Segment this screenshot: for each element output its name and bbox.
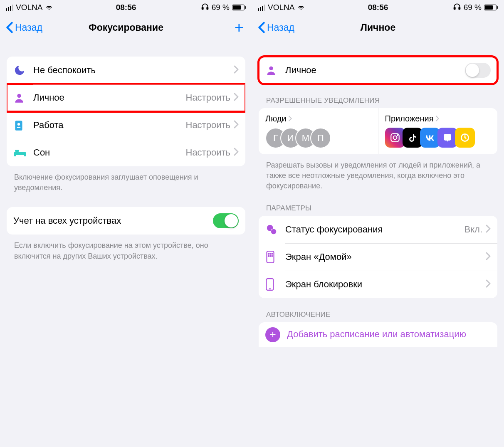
- allowed-notifications-card: Люди Г И М П Приложения: [259, 108, 497, 154]
- clock: 08:56: [252, 3, 504, 12]
- svg-point-26: [272, 255, 272, 256]
- viber-icon: [437, 128, 457, 148]
- svg-point-15: [397, 135, 398, 136]
- chevron-right-icon: [435, 114, 440, 123]
- row-detail: Настроить: [186, 147, 231, 158]
- add-schedule-button[interactable]: + Добавить расписание или автоматизацию: [259, 322, 497, 347]
- allowed-apps[interactable]: Приложения: [378, 108, 498, 154]
- page-title: Личное: [252, 22, 504, 33]
- row-focus-status[interactable]: Статус фокусирования Вкл.: [259, 216, 497, 243]
- group-footer: Включение фокусирования заглушает оповещ…: [7, 166, 245, 193]
- personal-toggle[interactable]: [465, 63, 491, 78]
- app-icons: [385, 128, 491, 148]
- focus-modes-group: Не беспокоить Личное Настроить Работа На…: [7, 57, 245, 166]
- row-detail: Настроить: [186, 92, 231, 103]
- nav-bar: Назад Личное: [252, 15, 504, 40]
- svg-rect-5: [17, 127, 21, 128]
- svg-point-21: [268, 253, 269, 254]
- battery-icon: [484, 5, 498, 10]
- tiktok-icon: [403, 128, 422, 148]
- allowed-people[interactable]: Люди Г И М П: [259, 108, 378, 154]
- params-group: Статус фокусирования Вкл. Экран «Домой» …: [259, 216, 497, 298]
- home-screen-icon: [265, 250, 285, 264]
- row-label: Статус фокусирования: [285, 224, 464, 235]
- svg-rect-9: [15, 150, 19, 152]
- chevron-right-icon: [234, 65, 239, 75]
- status-bar: VOLNA 08:56 69 %: [252, 0, 504, 15]
- svg-point-24: [268, 255, 269, 256]
- svg-point-14: [393, 136, 397, 140]
- row-label: Учет на всех устройствах: [13, 215, 213, 226]
- moon-icon: [13, 64, 33, 77]
- phone-left: VOLNA 08:56 69 % Назад Фокусирование + Н…: [0, 0, 252, 447]
- chevron-right-icon: [234, 93, 239, 103]
- svg-point-23: [272, 253, 272, 254]
- row-label: Экран «Домой»: [285, 252, 486, 262]
- vk-icon: [420, 128, 440, 148]
- chevron-right-icon: [486, 252, 491, 262]
- bed-icon: [13, 148, 33, 158]
- section-header: РАЗРЕШЕННЫЕ УВЕДОМЛЕНИЯ: [259, 84, 497, 108]
- chevron-right-icon: [288, 114, 292, 123]
- row-home-screen[interactable]: Экран «Домой»: [259, 243, 497, 271]
- person-icon: [265, 64, 285, 76]
- clock: 08:56: [0, 3, 252, 12]
- chevron-right-icon: [234, 148, 239, 158]
- row-detail: Вкл.: [464, 224, 483, 235]
- svg-point-2: [17, 94, 21, 98]
- chevron-right-icon: [486, 225, 491, 235]
- battery-icon: [232, 5, 246, 10]
- row-label: Не беспокоить: [33, 65, 234, 76]
- svg-point-25: [270, 255, 271, 256]
- row-work[interactable]: Работа Настроить: [7, 111, 245, 139]
- apps-label: Приложения: [385, 114, 434, 123]
- page-title: Фокусирование: [0, 22, 252, 33]
- chevron-right-icon: [486, 279, 491, 289]
- row-personal[interactable]: Личное Настроить: [7, 84, 245, 111]
- section-header: АВТОВКЛЮЧЕНИЕ: [259, 298, 497, 322]
- add-focus-button[interactable]: +: [235, 20, 244, 35]
- instagram-icon: [385, 128, 405, 148]
- people-avatars: Г И М П: [265, 128, 371, 148]
- row-personal-toggle: Личное: [259, 57, 497, 84]
- people-label: Люди: [265, 114, 287, 123]
- row-label: Личное: [285, 65, 465, 76]
- plus-circle-icon: +: [265, 327, 280, 342]
- row-detail: Настроить: [186, 120, 231, 131]
- row-sleep[interactable]: Сон Настроить: [7, 139, 245, 166]
- share-toggle[interactable]: [213, 213, 239, 228]
- person-icon: [13, 92, 33, 104]
- svg-point-19: [271, 229, 277, 234]
- badge-icon: [13, 119, 33, 131]
- svg-rect-6: [14, 152, 26, 155]
- row-lock-screen[interactable]: Экран блокировки: [259, 271, 497, 298]
- focus-status-icon: [265, 223, 285, 236]
- row-dnd[interactable]: Не беспокоить: [7, 57, 245, 84]
- svg-point-4: [17, 123, 20, 126]
- nav-bar: Назад Фокусирование +: [0, 15, 252, 40]
- phone-right: VOLNA 08:56 69 % Назад Личное Личное РАЗ…: [252, 0, 504, 447]
- status-bar: VOLNA 08:56 69 %: [0, 0, 252, 15]
- personal-toggle-group: Личное: [259, 57, 497, 84]
- svg-rect-7: [14, 154, 16, 156]
- svg-point-22: [270, 253, 271, 254]
- add-schedule-label: Добавить расписание или автоматизацию: [287, 328, 466, 341]
- allowed-footer: Разрешать вызовы и уведомления от людей …: [259, 154, 497, 192]
- row-label: Работа: [33, 120, 186, 131]
- svg-point-12: [269, 67, 273, 70]
- chevron-right-icon: [234, 120, 239, 130]
- avatar: П: [310, 128, 331, 148]
- share-group: Учет на всех устройствах: [7, 207, 245, 235]
- row-label: Экран блокировки: [285, 279, 486, 290]
- group-footer: Если включить фокусирование на этом устр…: [7, 235, 245, 261]
- svg-rect-8: [24, 154, 26, 156]
- clock-icon: [455, 128, 475, 148]
- row-share: Учет на всех устройствах: [7, 207, 245, 235]
- row-label: Сон: [33, 147, 186, 158]
- lock-screen-icon: [265, 278, 285, 291]
- row-label: Личное: [33, 92, 186, 103]
- section-header: ПАРАМЕТРЫ: [259, 192, 497, 216]
